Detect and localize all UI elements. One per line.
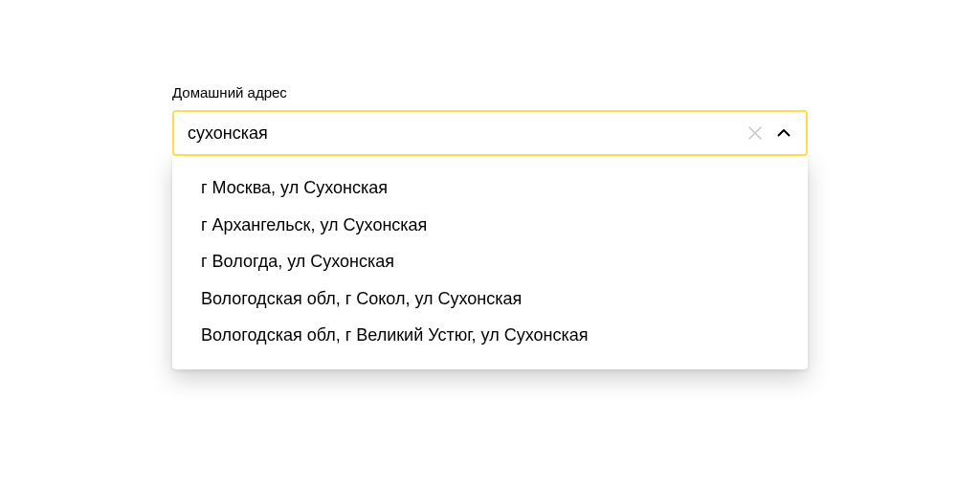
suggestion-item[interactable]: Вологодская обл, г Великий Устюг, ул Сух… [172, 317, 808, 354]
suggestion-item[interactable]: г Вологда, ул Сухонская [172, 243, 808, 280]
field-label: Домашний адрес [172, 84, 808, 100]
suggestion-item[interactable]: г Москва, ул Сухонская [172, 169, 808, 207]
chevron-up-icon [777, 128, 791, 138]
clear-button[interactable] [745, 122, 766, 144]
address-input-wrap [172, 110, 808, 156]
suggestion-item[interactable]: Вологодская обл, г Сокол, ул Сухонская [172, 280, 808, 318]
suggestions-dropdown: г Москва, ул Сухонская г Архангельск, ул… [172, 156, 808, 369]
collapse-button[interactable] [771, 122, 796, 144]
address-input[interactable] [174, 112, 745, 154]
close-icon [748, 126, 762, 140]
suggestion-item[interactable]: г Архангельск, ул Сухонская [172, 207, 808, 244]
